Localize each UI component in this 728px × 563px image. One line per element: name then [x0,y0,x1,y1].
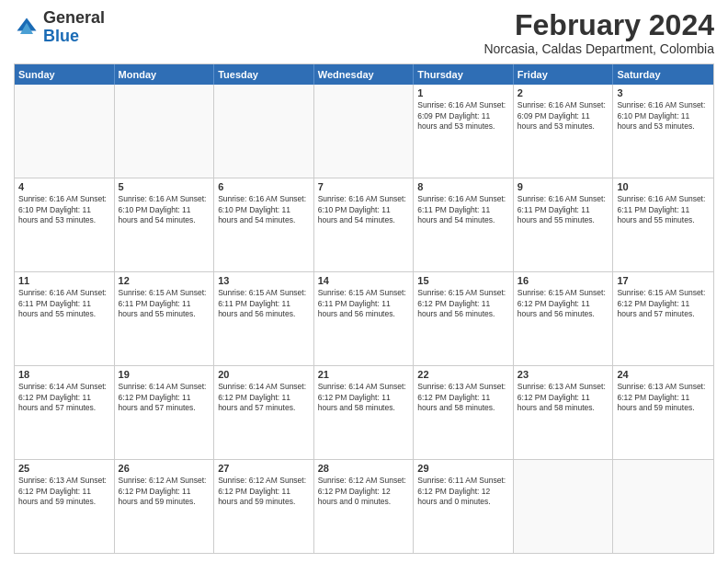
cell-info: Sunrise: 6:16 AM Sunset: 6:10 PM Dayligh… [119,194,210,225]
day-number: 18 [18,369,110,380]
calendar-cell: 28Sunrise: 6:12 AM Sunset: 6:12 PM Dayli… [314,460,415,553]
calendar-cell: 4Sunrise: 6:16 AM Sunset: 6:10 PM Daylig… [15,178,115,271]
calendar-cell: 15Sunrise: 6:15 AM Sunset: 6:12 PM Dayli… [414,272,514,365]
calendar-cell: 6Sunrise: 6:16 AM Sunset: 6:10 PM Daylig… [214,178,314,271]
calendar-cell: 25Sunrise: 6:13 AM Sunset: 6:12 PM Dayli… [15,460,115,553]
day-number: 20 [218,369,310,380]
day-number: 4 [18,181,110,192]
month-title: February 2024 [483,9,714,41]
cell-info: Sunrise: 6:15 AM Sunset: 6:11 PM Dayligh… [119,288,210,319]
cell-info: Sunrise: 6:15 AM Sunset: 6:12 PM Dayligh… [518,288,609,319]
cell-info: Sunrise: 6:11 AM Sunset: 6:12 PM Dayligh… [417,476,509,507]
day-number: 8 [417,181,509,192]
calendar-cell: 5Sunrise: 6:16 AM Sunset: 6:10 PM Daylig… [115,178,215,271]
calendar-cell [514,460,614,553]
day-number: 21 [318,369,410,380]
day-number: 27 [218,463,310,474]
day-number: 3 [617,87,710,98]
calendar-cell: 20Sunrise: 6:14 AM Sunset: 6:12 PM Dayli… [214,366,314,459]
calendar-cell: 29Sunrise: 6:11 AM Sunset: 6:12 PM Dayli… [414,460,514,553]
cell-info: Sunrise: 6:14 AM Sunset: 6:12 PM Dayligh… [119,382,210,413]
calendar-cell: 3Sunrise: 6:16 AM Sunset: 6:10 PM Daylig… [613,85,713,178]
calendar-cell: 13Sunrise: 6:15 AM Sunset: 6:11 PM Dayli… [214,272,314,365]
day-number: 14 [318,275,410,286]
cell-info: Sunrise: 6:13 AM Sunset: 6:12 PM Dayligh… [617,382,710,413]
header: General Blue February 2024 Norcasia, Cal… [14,9,714,56]
calendar-cell [115,85,215,178]
title-section: February 2024 Norcasia, Caldas Departmen… [483,9,714,56]
calendar-header: Sunday Monday Tuesday Wednesday Thursday… [15,64,713,85]
calendar-cell: 7Sunrise: 6:16 AM Sunset: 6:10 PM Daylig… [314,178,415,271]
calendar-cell: 10Sunrise: 6:16 AM Sunset: 6:11 PM Dayli… [613,178,713,271]
cell-info: Sunrise: 6:16 AM Sunset: 6:10 PM Dayligh… [617,100,710,132]
cell-info: Sunrise: 6:16 AM Sunset: 6:11 PM Dayligh… [18,288,110,319]
cell-info: Sunrise: 6:14 AM Sunset: 6:12 PM Dayligh… [318,382,410,413]
calendar-cell [613,460,713,553]
logo-text: General Blue [43,9,105,46]
cell-info: Sunrise: 6:16 AM Sunset: 6:11 PM Dayligh… [518,194,609,225]
calendar-cell: 2Sunrise: 6:16 AM Sunset: 6:09 PM Daylig… [514,85,614,178]
cell-info: Sunrise: 6:13 AM Sunset: 6:12 PM Dayligh… [417,382,509,413]
header-thursday: Thursday [414,64,514,85]
calendar-cell: 24Sunrise: 6:13 AM Sunset: 6:12 PM Dayli… [613,366,713,459]
page: General Blue February 2024 Norcasia, Cal… [0,0,728,563]
calendar-row-2: 4Sunrise: 6:16 AM Sunset: 6:10 PM Daylig… [15,178,713,272]
calendar-row-3: 11Sunrise: 6:16 AM Sunset: 6:11 PM Dayli… [15,272,713,366]
day-number: 24 [617,369,710,380]
day-number: 12 [119,275,210,286]
calendar-row-4: 18Sunrise: 6:14 AM Sunset: 6:12 PM Dayli… [15,366,713,460]
cell-info: Sunrise: 6:12 AM Sunset: 6:12 PM Dayligh… [119,476,210,507]
logo: General Blue [14,9,105,46]
logo-blue: Blue [43,27,79,45]
calendar-cell: 9Sunrise: 6:16 AM Sunset: 6:11 PM Daylig… [514,178,614,271]
day-number: 19 [119,369,210,380]
calendar-cell [214,85,314,178]
header-friday: Friday [514,64,614,85]
calendar-cell: 12Sunrise: 6:15 AM Sunset: 6:11 PM Dayli… [115,272,215,365]
cell-info: Sunrise: 6:16 AM Sunset: 6:09 PM Dayligh… [417,100,509,132]
logo-general: General [43,8,105,27]
day-number: 26 [119,463,210,474]
cell-info: Sunrise: 6:16 AM Sunset: 6:11 PM Dayligh… [417,194,509,225]
calendar-cell: 17Sunrise: 6:15 AM Sunset: 6:12 PM Dayli… [613,272,713,365]
cell-info: Sunrise: 6:16 AM Sunset: 6:10 PM Dayligh… [318,194,410,225]
calendar-cell: 1Sunrise: 6:16 AM Sunset: 6:09 PM Daylig… [414,85,514,178]
calendar-cell: 16Sunrise: 6:15 AM Sunset: 6:12 PM Dayli… [514,272,614,365]
cell-info: Sunrise: 6:12 AM Sunset: 6:12 PM Dayligh… [318,476,410,507]
header-monday: Monday [115,64,215,85]
calendar-body: 1Sunrise: 6:16 AM Sunset: 6:09 PM Daylig… [15,85,713,553]
calendar-cell: 11Sunrise: 6:16 AM Sunset: 6:11 PM Dayli… [15,272,115,365]
day-number: 11 [18,275,110,286]
cell-info: Sunrise: 6:14 AM Sunset: 6:12 PM Dayligh… [18,382,110,413]
logo-icon [14,15,40,40]
calendar-cell [314,85,415,178]
day-number: 22 [417,369,509,380]
day-number: 28 [318,463,410,474]
day-number: 2 [518,87,609,98]
calendar: Sunday Monday Tuesday Wednesday Thursday… [14,63,714,554]
cell-info: Sunrise: 6:16 AM Sunset: 6:10 PM Dayligh… [18,194,110,225]
calendar-cell: 21Sunrise: 6:14 AM Sunset: 6:12 PM Dayli… [314,366,415,459]
day-number: 5 [119,181,210,192]
day-number: 23 [518,369,609,380]
cell-info: Sunrise: 6:15 AM Sunset: 6:12 PM Dayligh… [417,288,509,319]
day-number: 29 [417,463,509,474]
calendar-cell: 14Sunrise: 6:15 AM Sunset: 6:11 PM Dayli… [314,272,415,365]
cell-info: Sunrise: 6:16 AM Sunset: 6:09 PM Dayligh… [518,100,609,132]
calendar-cell: 18Sunrise: 6:14 AM Sunset: 6:12 PM Dayli… [15,366,115,459]
cell-info: Sunrise: 6:16 AM Sunset: 6:10 PM Dayligh… [218,194,310,225]
day-number: 25 [18,463,110,474]
calendar-row-1: 1Sunrise: 6:16 AM Sunset: 6:09 PM Daylig… [15,85,713,178]
calendar-cell: 8Sunrise: 6:16 AM Sunset: 6:11 PM Daylig… [414,178,514,271]
day-number: 15 [417,275,509,286]
day-number: 10 [617,181,710,192]
location-title: Norcasia, Caldas Department, Colombia [483,41,714,56]
header-tuesday: Tuesday [214,64,314,85]
cell-info: Sunrise: 6:15 AM Sunset: 6:11 PM Dayligh… [318,288,410,319]
calendar-cell: 23Sunrise: 6:13 AM Sunset: 6:12 PM Dayli… [514,366,614,459]
day-number: 7 [318,181,410,192]
calendar-cell: 27Sunrise: 6:12 AM Sunset: 6:12 PM Dayli… [214,460,314,553]
calendar-cell: 19Sunrise: 6:14 AM Sunset: 6:12 PM Dayli… [115,366,215,459]
header-sunday: Sunday [15,64,115,85]
cell-info: Sunrise: 6:14 AM Sunset: 6:12 PM Dayligh… [218,382,310,413]
